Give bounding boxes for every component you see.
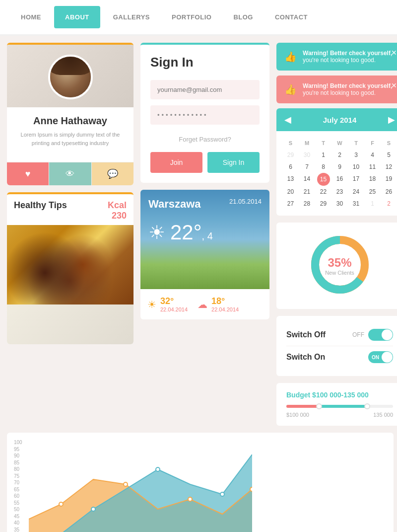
toggle-off-track[interactable] <box>368 329 393 341</box>
area-chart-svg <box>29 440 252 532</box>
calendar-title: July 2014 <box>323 116 357 124</box>
cal-day[interactable]: 25 <box>364 186 381 198</box>
cal-day[interactable]: 29 <box>315 198 331 210</box>
cal-day[interactable]: 16 <box>331 173 348 186</box>
forecast-2: ☁ 18° 22.04.2014 <box>198 296 239 312</box>
cal-day[interactable]: 2 <box>331 149 348 161</box>
join-button[interactable]: Join <box>150 152 202 173</box>
nav-home[interactable]: HOME <box>10 0 52 34</box>
main-content: Anne Hathaway Lorem Ipsum is simply dumm… <box>0 36 397 433</box>
sun-forecast-icon: ☀ <box>147 299 156 310</box>
healthy-header: Healthy Tips Kcal 230 <box>7 194 133 225</box>
signin-button[interactable]: Sign In <box>207 152 260 173</box>
food-image-2 <box>7 304 133 344</box>
cal-day[interactable]: 7 <box>299 161 315 173</box>
cal-day[interactable]: 30 <box>299 149 315 161</box>
cal-day[interactable]: 21 <box>299 186 315 198</box>
cal-day[interactable]: 27 <box>282 198 299 210</box>
cal-day[interactable]: 5 <box>381 149 397 161</box>
healthy-tips-card: Healthy Tips Kcal 230 <box>7 192 133 344</box>
kcal-label: Kcal <box>108 200 127 211</box>
weather-date: 21.05.2014 <box>229 198 262 205</box>
budget-range: $100 000-135 000 <box>312 391 369 399</box>
cal-day[interactable]: 1 <box>315 149 331 161</box>
cal-day[interactable]: 12 <box>381 161 397 173</box>
nav-portfolio[interactable]: PORTFOLIO <box>161 0 222 34</box>
calendar-week-3: 13 14 15 16 17 18 19 <box>282 173 397 186</box>
cal-day[interactable]: 23 <box>331 186 348 198</box>
switch-off-label: Switch Off <box>286 330 326 339</box>
switch-card: Switch Off OFF Switch On ON <box>276 316 397 376</box>
budget-slider-track <box>286 405 393 408</box>
calendar-prev[interactable]: ◀ <box>284 114 291 125</box>
weather-forecast: ☀ 32° 22.04.2014 ☁ 18° 22.04.2014 <box>140 289 269 319</box>
avatar-image <box>50 57 91 97</box>
nav-blog[interactable]: BLOG <box>222 0 264 34</box>
kcal-display: Kcal 230 <box>108 200 127 221</box>
toggle-on-track[interactable]: ON <box>368 351 393 363</box>
slider-thumb-right[interactable] <box>364 403 370 409</box>
view-button[interactable]: 👁 <box>49 162 91 185</box>
cal-day[interactable]: 1 <box>364 198 381 210</box>
cal-day[interactable]: 30 <box>331 198 348 210</box>
chart-dot <box>91 507 95 511</box>
toggle-off-knob <box>382 329 393 340</box>
cal-day[interactable]: 17 <box>348 173 364 186</box>
cal-day[interactable]: 19 <box>381 173 397 186</box>
password-input[interactable] <box>150 105 260 125</box>
cal-day[interactable]: 9 <box>331 161 348 173</box>
cal-day[interactable]: 20 <box>282 186 299 198</box>
nav-contact[interactable]: CONTACT <box>264 0 319 34</box>
email-input[interactable] <box>150 80 260 99</box>
cal-day[interactable]: 3 <box>348 149 364 161</box>
cal-day[interactable]: 31 <box>348 198 364 210</box>
temperature-value: 22°, 4 <box>170 221 213 244</box>
calendar-next[interactable]: ▶ <box>388 114 395 125</box>
cal-day[interactable]: 22 <box>315 186 331 198</box>
toggle-on-knob <box>382 352 393 363</box>
alert-warning-close[interactable]: ✕ <box>391 81 397 89</box>
cal-day[interactable]: 26 <box>381 186 397 198</box>
nav-about[interactable]: ABOUT <box>54 6 100 28</box>
cal-day[interactable]: 11 <box>364 161 381 173</box>
switch-on-label: Switch On <box>286 353 325 362</box>
cal-day[interactable]: 10 <box>348 161 364 173</box>
message-button[interactable]: 💬 <box>92 162 133 185</box>
toggle-off-state: OFF <box>352 331 364 338</box>
alert-success-close[interactable]: ✕ <box>391 49 397 57</box>
signin-card: Sign In Forget Password? Join Sign In <box>140 43 269 183</box>
avatar-hair <box>50 57 91 75</box>
cal-day[interactable]: 14 <box>299 173 315 186</box>
cal-day[interactable]: 18 <box>364 173 381 186</box>
slider-labels: $100 000 135 000 <box>286 412 393 418</box>
area-chart-card: 100 95 90 85 80 75 70 65 60 55 50 45 40 … <box>7 433 394 532</box>
like-button[interactable]: ♥ <box>7 162 49 185</box>
cal-day[interactable]: 4 <box>364 149 381 161</box>
forget-password-link[interactable]: Forget Password? <box>150 136 260 143</box>
toggle-off-wrapper: OFF <box>352 329 393 341</box>
calendar-grid: S M T W T F S 29 30 1 2 3 4 5 <box>276 131 397 216</box>
slider-thumb-left[interactable] <box>316 403 322 409</box>
thumbs-up-icon: 👍 <box>284 51 297 63</box>
cal-day[interactable]: 13 <box>282 173 299 186</box>
forecast-1-temp: 32° <box>160 296 174 306</box>
cal-day[interactable]: 24 <box>348 186 364 198</box>
cal-day[interactable]: 28 <box>299 198 315 210</box>
cal-day[interactable]: 29 <box>282 149 299 161</box>
eye-icon: 👁 <box>66 169 74 179</box>
cal-day[interactable]: 2 <box>381 198 397 210</box>
cal-day[interactable]: 8 <box>315 161 331 173</box>
thumbs-up-warning-icon: 👍 <box>284 83 297 95</box>
cal-day-today[interactable]: 15 <box>317 173 330 186</box>
cal-day[interactable]: 6 <box>282 161 299 173</box>
chart-dot <box>220 492 224 496</box>
slider-max-label: 135 000 <box>373 412 393 418</box>
alert-success: 👍 Warning! Better check yourself, you're… <box>276 43 397 71</box>
chat-icon: 💬 <box>107 168 118 179</box>
nav-gallerys[interactable]: GALLERYS <box>102 0 161 34</box>
chart-dot <box>59 502 63 506</box>
slider-fill-teal <box>319 405 367 408</box>
healthy-title: Healthy Tips <box>14 200 67 211</box>
donut-percent: 35% <box>325 256 354 270</box>
forecast-2-date: 22.04.2014 <box>211 306 239 312</box>
